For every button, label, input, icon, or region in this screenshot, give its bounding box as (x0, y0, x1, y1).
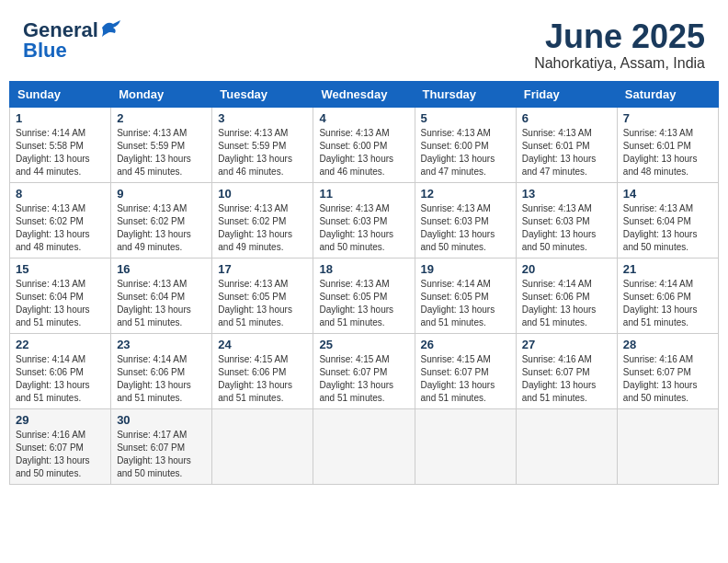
day-number: 13 (522, 187, 611, 201)
day-number: 26 (421, 338, 510, 351)
day-info: Sunrise: 4:13 AM Sunset: 5:59 PM Dayligh… (117, 127, 206, 178)
calendar-week-row: 15Sunrise: 4:13 AM Sunset: 6:04 PM Dayli… (10, 258, 719, 333)
weekday-header-monday: Monday (111, 81, 212, 107)
day-info: Sunrise: 4:16 AM Sunset: 6:07 PM Dayligh… (16, 429, 105, 480)
calendar-cell: 28Sunrise: 4:16 AM Sunset: 6:07 PM Dayli… (617, 333, 718, 408)
calendar-cell: 15Sunrise: 4:13 AM Sunset: 6:04 PM Dayli… (10, 258, 111, 333)
day-info: Sunrise: 4:16 AM Sunset: 6:07 PM Dayligh… (623, 353, 712, 405)
logo-blue: Blue (23, 39, 67, 63)
weekday-header-thursday: Thursday (415, 81, 516, 107)
header: General Blue June 2025 Nahorkatiya, Assa… (9, 9, 719, 76)
calendar-cell (415, 408, 516, 484)
day-info: Sunrise: 4:13 AM Sunset: 6:04 PM Dayligh… (623, 202, 712, 254)
day-info: Sunrise: 4:13 AM Sunset: 5:59 PM Dayligh… (218, 127, 307, 178)
calendar-cell: 1Sunrise: 4:14 AM Sunset: 5:58 PM Daylig… (10, 107, 111, 182)
day-number: 17 (218, 262, 307, 276)
calendar-cell: 22Sunrise: 4:14 AM Sunset: 6:06 PM Dayli… (10, 333, 111, 408)
weekday-header-friday: Friday (516, 81, 617, 107)
day-number: 18 (319, 262, 408, 276)
day-number: 9 (117, 187, 206, 201)
calendar-cell: 10Sunrise: 4:13 AM Sunset: 6:02 PM Dayli… (212, 182, 313, 258)
calendar-cell: 26Sunrise: 4:15 AM Sunset: 6:07 PM Dayli… (415, 333, 516, 408)
calendar-cell (212, 408, 313, 484)
location: Nahorkatiya, Assam, India (534, 55, 705, 72)
month-title: June 2025 (534, 18, 705, 55)
day-number: 28 (623, 338, 712, 351)
calendar-cell: 24Sunrise: 4:15 AM Sunset: 6:06 PM Dayli… (212, 333, 313, 408)
calendar-cell: 9Sunrise: 4:13 AM Sunset: 6:02 PM Daylig… (111, 182, 212, 258)
calendar-cell: 6Sunrise: 4:13 AM Sunset: 6:01 PM Daylig… (516, 107, 617, 182)
weekday-header-wednesday: Wednesday (313, 81, 415, 107)
day-info: Sunrise: 4:15 AM Sunset: 6:06 PM Dayligh… (218, 353, 307, 405)
calendar-header-row: SundayMondayTuesdayWednesdayThursdayFrid… (10, 81, 719, 107)
calendar-cell: 13Sunrise: 4:13 AM Sunset: 6:03 PM Dayli… (516, 182, 617, 258)
day-info: Sunrise: 4:13 AM Sunset: 6:00 PM Dayligh… (421, 127, 510, 178)
day-info: Sunrise: 4:13 AM Sunset: 6:01 PM Dayligh… (522, 127, 611, 178)
day-info: Sunrise: 4:13 AM Sunset: 6:05 PM Dayligh… (218, 278, 307, 329)
day-number: 29 (16, 413, 105, 427)
day-info: Sunrise: 4:14 AM Sunset: 5:58 PM Dayligh… (16, 127, 105, 178)
day-number: 24 (218, 338, 307, 351)
calendar-week-row: 1Sunrise: 4:14 AM Sunset: 5:58 PM Daylig… (10, 107, 719, 182)
day-info: Sunrise: 4:14 AM Sunset: 6:06 PM Dayligh… (117, 353, 206, 405)
day-info: Sunrise: 4:13 AM Sunset: 6:03 PM Dayligh… (421, 202, 510, 254)
calendar-cell: 19Sunrise: 4:14 AM Sunset: 6:05 PM Dayli… (415, 258, 516, 333)
day-info: Sunrise: 4:13 AM Sunset: 6:03 PM Dayligh… (522, 202, 611, 254)
day-number: 21 (623, 262, 712, 276)
weekday-header-tuesday: Tuesday (212, 81, 313, 107)
day-number: 3 (218, 111, 307, 125)
calendar-cell (313, 408, 415, 484)
day-info: Sunrise: 4:14 AM Sunset: 6:06 PM Dayligh… (522, 278, 611, 329)
logo: General Blue (23, 18, 120, 63)
day-number: 7 (623, 111, 712, 125)
day-info: Sunrise: 4:15 AM Sunset: 6:07 PM Dayligh… (421, 353, 510, 405)
day-number: 15 (16, 262, 105, 276)
calendar-cell: 18Sunrise: 4:13 AM Sunset: 6:05 PM Dayli… (313, 258, 415, 333)
calendar-cell: 17Sunrise: 4:13 AM Sunset: 6:05 PM Dayli… (212, 258, 313, 333)
calendar-cell: 2Sunrise: 4:13 AM Sunset: 5:59 PM Daylig… (111, 107, 212, 182)
day-info: Sunrise: 4:13 AM Sunset: 6:02 PM Dayligh… (117, 202, 206, 254)
day-number: 22 (16, 338, 105, 351)
day-info: Sunrise: 4:13 AM Sunset: 6:02 PM Dayligh… (218, 202, 307, 254)
day-number: 8 (16, 187, 105, 201)
day-info: Sunrise: 4:14 AM Sunset: 6:05 PM Dayligh… (421, 278, 510, 329)
day-number: 6 (522, 111, 611, 125)
calendar-cell: 11Sunrise: 4:13 AM Sunset: 6:03 PM Dayli… (313, 182, 415, 258)
day-info: Sunrise: 4:13 AM Sunset: 6:01 PM Dayligh… (623, 127, 712, 178)
calendar-cell: 8Sunrise: 4:13 AM Sunset: 6:02 PM Daylig… (10, 182, 111, 258)
day-number: 16 (117, 262, 206, 276)
day-info: Sunrise: 4:14 AM Sunset: 6:06 PM Dayligh… (623, 278, 712, 329)
calendar-cell: 21Sunrise: 4:14 AM Sunset: 6:06 PM Dayli… (617, 258, 718, 333)
calendar-week-row: 29Sunrise: 4:16 AM Sunset: 6:07 PM Dayli… (10, 408, 719, 484)
day-info: Sunrise: 4:13 AM Sunset: 6:02 PM Dayligh… (16, 202, 105, 254)
day-info: Sunrise: 4:16 AM Sunset: 6:07 PM Dayligh… (522, 353, 611, 405)
calendar-cell: 5Sunrise: 4:13 AM Sunset: 6:00 PM Daylig… (415, 107, 516, 182)
weekday-header-saturday: Saturday (617, 81, 718, 107)
calendar-cell: 27Sunrise: 4:16 AM Sunset: 6:07 PM Dayli… (516, 333, 617, 408)
day-number: 19 (421, 262, 510, 276)
day-number: 25 (319, 338, 408, 351)
day-number: 27 (522, 338, 611, 351)
calendar-cell: 16Sunrise: 4:13 AM Sunset: 6:04 PM Dayli… (111, 258, 212, 333)
day-info: Sunrise: 4:14 AM Sunset: 6:06 PM Dayligh… (16, 353, 105, 405)
day-info: Sunrise: 4:13 AM Sunset: 6:03 PM Dayligh… (319, 202, 408, 254)
calendar-table: SundayMondayTuesdayWednesdayThursdayFrid… (9, 81, 719, 485)
day-number: 14 (623, 187, 712, 201)
calendar-cell: 12Sunrise: 4:13 AM Sunset: 6:03 PM Dayli… (415, 182, 516, 258)
calendar-week-row: 8Sunrise: 4:13 AM Sunset: 6:02 PM Daylig… (10, 182, 719, 258)
calendar-cell: 30Sunrise: 4:17 AM Sunset: 6:07 PM Dayli… (111, 408, 212, 484)
title-area: June 2025 Nahorkatiya, Assam, India (534, 18, 705, 72)
day-info: Sunrise: 4:15 AM Sunset: 6:07 PM Dayligh… (319, 353, 408, 405)
day-number: 4 (319, 111, 408, 125)
day-number: 10 (218, 187, 307, 201)
day-number: 30 (117, 413, 206, 427)
calendar-cell (617, 408, 718, 484)
calendar-cell: 14Sunrise: 4:13 AM Sunset: 6:04 PM Dayli… (617, 182, 718, 258)
day-info: Sunrise: 4:13 AM Sunset: 6:04 PM Dayligh… (16, 278, 105, 329)
day-info: Sunrise: 4:17 AM Sunset: 6:07 PM Dayligh… (117, 429, 206, 480)
day-number: 1 (16, 111, 105, 125)
calendar-cell: 20Sunrise: 4:14 AM Sunset: 6:06 PM Dayli… (516, 258, 617, 333)
day-number: 2 (117, 111, 206, 125)
weekday-header-sunday: Sunday (10, 81, 111, 107)
calendar-cell: 23Sunrise: 4:14 AM Sunset: 6:06 PM Dayli… (111, 333, 212, 408)
